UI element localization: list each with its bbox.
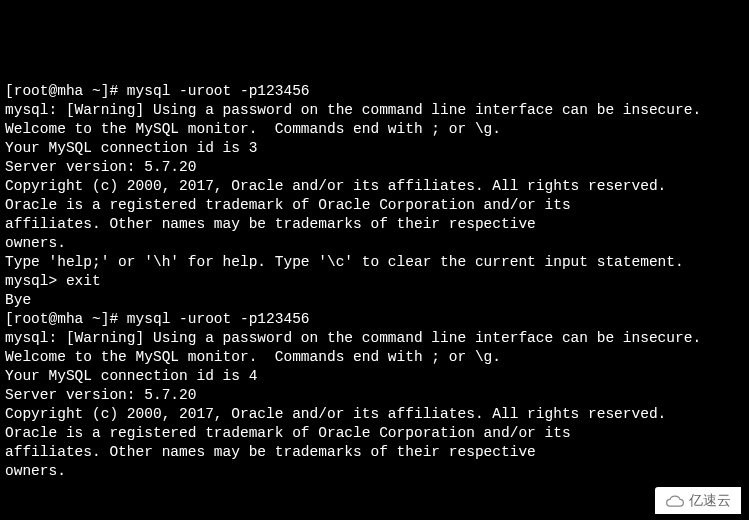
terminal-output[interactable]: [root@mha ~]# mysql -uroot -p123456mysql… <box>5 82 744 481</box>
terminal-line: [root@mha ~]# mysql -uroot -p123456 <box>5 82 744 101</box>
terminal-line: affiliates. Other names may be trademark… <box>5 215 744 234</box>
terminal-line: Oracle is a registered trademark of Orac… <box>5 196 744 215</box>
terminal-line: Oracle is a registered trademark of Orac… <box>5 424 744 443</box>
terminal-line: mysql: [Warning] Using a password on the… <box>5 329 744 348</box>
watermark-badge: 亿速云 <box>655 487 741 514</box>
terminal-line: Welcome to the MySQL monitor. Commands e… <box>5 120 744 139</box>
terminal-line: mysql: [Warning] Using a password on the… <box>5 101 744 120</box>
terminal-line: Server version: 5.7.20 <box>5 386 744 405</box>
watermark-text: 亿速云 <box>689 491 731 510</box>
terminal-line: Copyright (c) 2000, 2017, Oracle and/or … <box>5 177 744 196</box>
terminal-line: Your MySQL connection id is 4 <box>5 367 744 386</box>
terminal-line: Type 'help;' or '\h' for help. Type '\c'… <box>5 253 744 272</box>
terminal-line: Your MySQL connection id is 3 <box>5 139 744 158</box>
terminal-line: Server version: 5.7.20 <box>5 158 744 177</box>
terminal-line: Welcome to the MySQL monitor. Commands e… <box>5 348 744 367</box>
terminal-line: owners. <box>5 462 744 481</box>
terminal-line: [root@mha ~]# mysql -uroot -p123456 <box>5 310 744 329</box>
terminal-line: mysql> exit <box>5 272 744 291</box>
cloud-icon <box>665 494 685 508</box>
terminal-line: owners. <box>5 234 744 253</box>
terminal-line: affiliates. Other names may be trademark… <box>5 443 744 462</box>
terminal-line: Copyright (c) 2000, 2017, Oracle and/or … <box>5 405 744 424</box>
terminal-line: Bye <box>5 291 744 310</box>
